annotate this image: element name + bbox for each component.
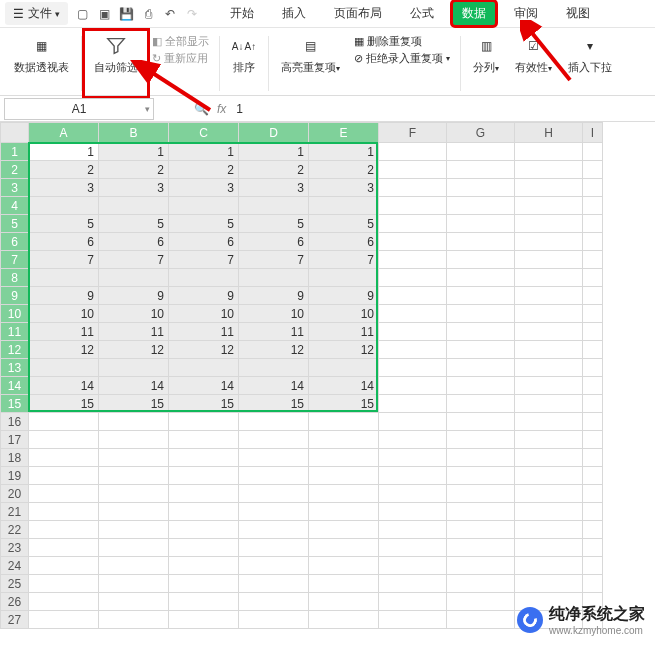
row-header[interactable]: 8 [1, 269, 29, 287]
cell[interactable] [239, 485, 309, 503]
cell[interactable] [515, 557, 583, 575]
cell[interactable] [99, 593, 169, 611]
cell[interactable] [379, 341, 447, 359]
cell[interactable] [29, 449, 99, 467]
cell[interactable] [447, 539, 515, 557]
cell[interactable] [583, 467, 603, 485]
cell[interactable] [515, 179, 583, 197]
cell[interactable] [447, 251, 515, 269]
cell[interactable] [99, 539, 169, 557]
cell[interactable] [99, 359, 169, 377]
row-header[interactable]: 21 [1, 503, 29, 521]
cell[interactable] [379, 575, 447, 593]
cell[interactable] [309, 467, 379, 485]
cell[interactable] [309, 593, 379, 611]
cell[interactable] [309, 503, 379, 521]
cell[interactable] [379, 557, 447, 575]
cell[interactable]: 3 [239, 179, 309, 197]
cell[interactable]: 7 [169, 251, 239, 269]
cell[interactable] [515, 161, 583, 179]
tab-page-layout[interactable]: 页面布局 [324, 1, 392, 26]
row-header[interactable]: 16 [1, 413, 29, 431]
cell[interactable] [29, 575, 99, 593]
cell[interactable] [583, 539, 603, 557]
cell[interactable]: 11 [309, 323, 379, 341]
cell[interactable] [447, 233, 515, 251]
cell[interactable] [583, 521, 603, 539]
column-header[interactable]: B [99, 123, 169, 143]
cell[interactable] [169, 503, 239, 521]
reject-dup-button[interactable]: ⊘拒绝录入重复项▾ [354, 51, 450, 66]
cell[interactable]: 5 [309, 215, 379, 233]
cell[interactable] [583, 341, 603, 359]
cell[interactable] [99, 521, 169, 539]
cell[interactable] [515, 467, 583, 485]
cell[interactable]: 7 [99, 251, 169, 269]
tab-review[interactable]: 审阅 [504, 1, 548, 26]
validity-button[interactable]: ☑ 有效性▾ [507, 32, 560, 95]
cell[interactable] [583, 233, 603, 251]
spreadsheet-grid[interactable]: ABCDEFGHI1111112222223333334555555666666… [0, 122, 655, 629]
cell[interactable] [447, 341, 515, 359]
cell[interactable] [99, 197, 169, 215]
cell[interactable] [583, 215, 603, 233]
open-icon[interactable]: ▣ [96, 6, 112, 22]
cell[interactable]: 5 [239, 215, 309, 233]
cell[interactable] [169, 539, 239, 557]
cell[interactable] [515, 269, 583, 287]
cell[interactable] [379, 359, 447, 377]
column-header[interactable]: F [379, 123, 447, 143]
cell[interactable] [515, 575, 583, 593]
cell[interactable] [29, 557, 99, 575]
cell[interactable] [379, 161, 447, 179]
cell[interactable]: 11 [169, 323, 239, 341]
cell[interactable] [379, 323, 447, 341]
cell[interactable] [379, 413, 447, 431]
cell[interactable]: 15 [29, 395, 99, 413]
cell[interactable] [239, 539, 309, 557]
row-header[interactable]: 12 [1, 341, 29, 359]
row-header[interactable]: 15 [1, 395, 29, 413]
tab-start[interactable]: 开始 [220, 1, 264, 26]
cell[interactable] [447, 197, 515, 215]
cell[interactable] [583, 449, 603, 467]
cell[interactable]: 6 [99, 233, 169, 251]
cell[interactable] [239, 575, 309, 593]
cell[interactable] [447, 557, 515, 575]
cell[interactable] [515, 539, 583, 557]
cell[interactable] [29, 503, 99, 521]
cell[interactable] [379, 467, 447, 485]
cell[interactable]: 12 [99, 341, 169, 359]
cell[interactable] [379, 305, 447, 323]
cell[interactable] [583, 557, 603, 575]
cell[interactable] [583, 251, 603, 269]
text-to-columns-button[interactable]: ▥ 分列▾ [465, 32, 507, 95]
cell[interactable] [169, 269, 239, 287]
cell[interactable] [239, 197, 309, 215]
cell[interactable] [379, 233, 447, 251]
cell[interactable] [239, 269, 309, 287]
cell[interactable] [447, 575, 515, 593]
save-icon[interactable]: 💾 [118, 6, 134, 22]
cell[interactable] [379, 269, 447, 287]
cell[interactable] [583, 143, 603, 161]
cell[interactable] [583, 377, 603, 395]
cell[interactable] [239, 449, 309, 467]
reapply-button[interactable]: ↻重新应用 [152, 51, 209, 66]
autofilter-button[interactable]: 自动筛选 [86, 32, 146, 95]
row-header[interactable]: 27 [1, 611, 29, 629]
cell[interactable] [99, 503, 169, 521]
cell[interactable]: 14 [29, 377, 99, 395]
cell[interactable] [515, 431, 583, 449]
cell[interactable] [309, 197, 379, 215]
cell[interactable] [99, 431, 169, 449]
row-header[interactable]: 1 [1, 143, 29, 161]
cell[interactable] [379, 197, 447, 215]
cell[interactable] [515, 377, 583, 395]
row-header[interactable]: 18 [1, 449, 29, 467]
row-header[interactable]: 3 [1, 179, 29, 197]
cell[interactable] [583, 359, 603, 377]
cell[interactable] [583, 305, 603, 323]
cell[interactable] [99, 413, 169, 431]
cell[interactable] [239, 503, 309, 521]
